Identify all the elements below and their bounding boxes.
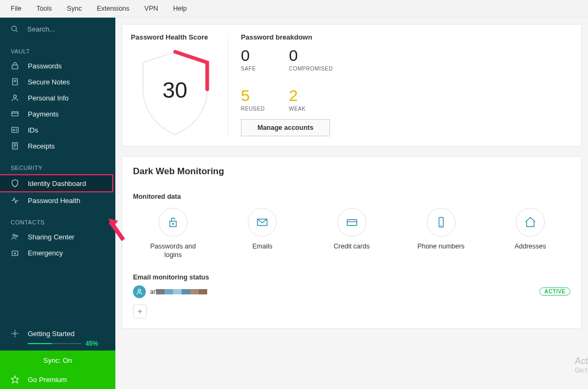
svg-point-0 bbox=[12, 26, 17, 31]
add-email-button[interactable]: + bbox=[133, 305, 147, 318]
sidebar: Search... VAULT Passwords Secure Notes P… bbox=[0, 18, 115, 389]
monitored-label: Emails bbox=[252, 242, 272, 251]
id-icon bbox=[11, 126, 19, 134]
active-badge: ACTIVE bbox=[539, 287, 570, 295]
getting-started[interactable]: Getting Started 45% bbox=[0, 324, 115, 351]
breakdown-weak-label: WEAK bbox=[289, 106, 321, 112]
go-premium-button[interactable]: Go Premium bbox=[0, 370, 115, 389]
sidebar-item-emergency[interactable]: Emergency bbox=[0, 245, 115, 261]
breakdown-reused-label: REUSED bbox=[241, 106, 273, 112]
svg-rect-31 bbox=[347, 220, 357, 225]
section-security-label: SECURITY bbox=[0, 154, 115, 174]
sidebar-item-label: Emergency bbox=[28, 249, 63, 257]
sidebar-item-receipts[interactable]: Receipts bbox=[0, 138, 115, 154]
svg-rect-2 bbox=[12, 65, 18, 69]
sidebar-item-label: Passwords bbox=[28, 62, 62, 70]
breakdown-column: Password breakdown 0 SAFE 0 COMPROMISED … bbox=[228, 33, 360, 137]
monitored-addresses[interactable]: Addresses bbox=[501, 208, 560, 260]
sidebar-item-label: Secure Notes bbox=[28, 78, 70, 86]
getting-started-label: Getting Started bbox=[28, 330, 74, 338]
monitored-emails[interactable]: Emails bbox=[233, 208, 292, 260]
search-icon bbox=[11, 25, 19, 33]
breakdown-reused: 5 REUSED bbox=[241, 88, 273, 112]
menu-vpn[interactable]: VPN bbox=[137, 2, 166, 15]
person-icon bbox=[136, 288, 143, 295]
dark-web-card: Dark Web Monitoring Monitored data Passw… bbox=[122, 156, 582, 329]
sidebar-item-identity-dashboard[interactable]: Identity Dashboard bbox=[0, 174, 113, 192]
sidebar-item-sharing-center[interactable]: Sharing Center bbox=[0, 229, 115, 245]
email-monitoring-title: Email monitoring status bbox=[133, 274, 570, 281]
phone-icon bbox=[435, 216, 448, 229]
lock-icon bbox=[11, 61, 19, 70]
svg-point-22 bbox=[14, 332, 16, 334]
email-prefix: ar bbox=[150, 288, 156, 295]
svg-marker-27 bbox=[11, 376, 18, 383]
menu-extensions[interactable]: Extensions bbox=[89, 2, 137, 15]
breakdown-title: Password breakdown bbox=[241, 33, 348, 41]
progress-percent: 45% bbox=[85, 340, 98, 347]
pulse-icon bbox=[11, 196, 19, 205]
score-title: Password Health Score bbox=[131, 33, 219, 41]
breakdown-safe: 0 SAFE bbox=[241, 48, 273, 72]
menu-sync[interactable]: Sync bbox=[59, 2, 89, 15]
menu-file[interactable]: File bbox=[3, 2, 29, 15]
card-icon bbox=[346, 216, 358, 229]
search-placeholder: Search... bbox=[27, 25, 55, 33]
menu-help[interactable]: Help bbox=[166, 2, 194, 15]
monitored-row: Passwords and logins Emails Credit cards… bbox=[133, 208, 570, 260]
breakdown-weak-value: 2 bbox=[289, 88, 321, 104]
main-content: Password Health Score 30 Password breakd… bbox=[115, 18, 588, 389]
star-icon bbox=[11, 375, 19, 384]
monitored-label: Credit cards bbox=[334, 242, 370, 251]
card-icon bbox=[11, 110, 19, 118]
score-value: 30 bbox=[135, 77, 215, 103]
email-redacted: ar bbox=[150, 288, 207, 295]
shield-icon bbox=[11, 179, 19, 188]
receipt-icon bbox=[11, 142, 19, 150]
emergency-icon bbox=[11, 248, 19, 257]
section-contacts-label: CONTACTS bbox=[0, 208, 115, 229]
sidebar-item-personal-info[interactable]: Personal Info bbox=[0, 90, 115, 106]
manage-accounts-button[interactable]: Manage accounts bbox=[241, 119, 330, 136]
sidebar-item-label: IDs bbox=[28, 126, 38, 134]
search-input[interactable]: Search... bbox=[0, 18, 115, 37]
sidebar-item-label: Personal Info bbox=[28, 94, 69, 102]
lock-icon bbox=[167, 216, 179, 229]
svg-rect-7 bbox=[12, 112, 18, 116]
breakdown-safe-label: SAFE bbox=[241, 66, 273, 72]
monitored-credit-cards[interactable]: Credit cards bbox=[323, 208, 381, 260]
monitored-data-title: Monitored data bbox=[133, 193, 570, 200]
sidebar-item-label: Payments bbox=[28, 110, 59, 118]
breakdown-safe-value: 0 bbox=[241, 48, 273, 64]
breakdown-compromised-value: 0 bbox=[289, 48, 333, 64]
svg-rect-13 bbox=[12, 143, 17, 149]
mail-icon bbox=[256, 216, 269, 229]
breakdown-compromised-label: COMPROMISED bbox=[289, 66, 333, 72]
svg-point-18 bbox=[16, 235, 18, 237]
svg-point-6 bbox=[13, 95, 16, 98]
sidebar-item-label: Identity Dashboard bbox=[28, 180, 86, 188]
svg-rect-9 bbox=[12, 127, 18, 132]
sidebar-item-secure-notes[interactable]: Secure Notes bbox=[0, 74, 115, 90]
health-card: Password Health Score 30 Password breakd… bbox=[122, 24, 582, 146]
monitored-phone[interactable]: Phone numbers bbox=[412, 208, 471, 260]
breakdown-reused-value: 5 bbox=[241, 88, 273, 104]
progress-bar bbox=[28, 343, 81, 344]
sidebar-item-passwords[interactable]: Passwords bbox=[0, 58, 115, 74]
sidebar-item-password-health[interactable]: Password Health bbox=[0, 192, 115, 208]
sidebar-item-ids[interactable]: IDs bbox=[0, 122, 115, 138]
sidebar-item-label: Sharing Center bbox=[28, 233, 74, 241]
note-icon bbox=[11, 77, 19, 86]
monitored-label: Phone numbers bbox=[418, 242, 465, 251]
score-column: Password Health Score 30 bbox=[122, 33, 228, 137]
person-icon bbox=[11, 94, 19, 102]
svg-rect-28 bbox=[170, 221, 176, 227]
sync-status[interactable]: Sync: On bbox=[0, 351, 115, 370]
monitored-passwords[interactable]: Passwords and logins bbox=[144, 208, 202, 260]
sync-label: Sync: On bbox=[43, 356, 72, 364]
breakdown-weak: 2 WEAK bbox=[289, 88, 321, 112]
menu-tools[interactable]: Tools bbox=[29, 2, 59, 15]
sidebar-item-payments[interactable]: Payments bbox=[0, 106, 115, 122]
svg-point-35 bbox=[138, 289, 141, 292]
svg-line-1 bbox=[15, 30, 18, 32]
